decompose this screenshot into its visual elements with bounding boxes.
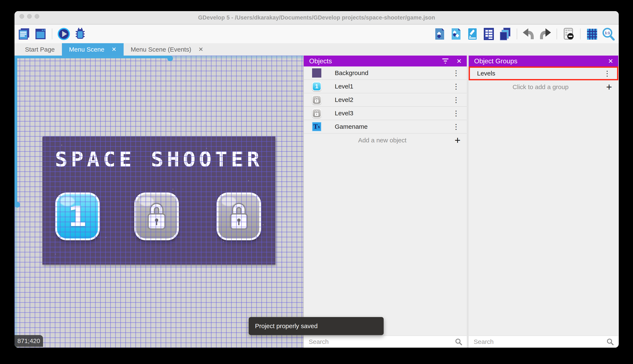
object-label: Level1 [335,83,451,90]
scrollbar-handle[interactable] [167,56,173,61]
object-label: Gamename [335,123,451,130]
add-group-button[interactable]: Click to add a group + [469,80,618,94]
window-title: GDevelop 5 - /Users/dkarakay/Documents/G… [198,14,435,21]
groups-panel-empty-space [469,94,618,336]
scrollbar-handle[interactable] [15,202,20,208]
tab-menu-scene-events[interactable]: Menu Scene (Events) ✕ [124,43,210,56]
scrollbar-track-fill [15,56,17,204]
open-layers-panel-icon[interactable] [499,27,512,41]
level1-button-instance[interactable]: 1 [55,192,100,240]
editor-tabbar: Start Page Menu Scene ✕ Menu Scene (Even… [15,43,619,56]
toggle-grid-icon[interactable] [585,27,598,41]
level1-thumbnail-icon: 1 [312,82,321,91]
toggle-instances-mask-icon[interactable] [562,27,575,41]
save-toast: Project properly saved [249,317,384,335]
kebab-menu-icon[interactable]: ⋮ [602,70,612,77]
toolbar-left-group [18,27,87,41]
text-object-thumbnail-icon: Tx [312,122,321,131]
canvas-horizontal-scrollbar[interactable] [15,56,303,58]
open-instances-panel-icon[interactable] [482,27,495,41]
close-tab-icon[interactable]: ✕ [111,46,116,53]
toolbar-right-group: 1:1 [433,27,615,41]
open-object-groups-panel-icon[interactable] [450,27,463,41]
objects-search-input[interactable] [308,338,453,346]
search-icon [455,338,462,345]
button-shine [60,196,75,206]
objects-panel-title: Objects [309,57,332,65]
lock-icon [227,202,251,231]
project-manager-icon[interactable] [18,27,31,41]
button-shine [221,196,236,206]
kebab-menu-icon[interactable]: ⋮ [451,110,461,117]
tab-label: Menu Scene [69,46,104,53]
close-tab-icon[interactable]: ✕ [198,46,203,53]
panel-resize-divider[interactable] [467,56,469,348]
close-panel-icon[interactable]: ✕ [457,58,462,65]
redo-icon[interactable] [539,27,552,41]
level3-locked-instance[interactable] [217,192,261,240]
objects-panel-header: Objects ✕ [304,56,467,66]
zoom-ratio-label: 1:1 [605,31,610,35]
undo-icon[interactable] [522,27,535,41]
open-objects-panel-icon[interactable] [433,27,446,41]
object-label: Background [335,70,451,76]
object-row-gamename[interactable]: Tx Gamename ⋮ [304,120,467,134]
scene-background-instance[interactable]: SPACE SHOOTER 1 [42,136,275,264]
zoom-window-button[interactable] [35,14,39,19]
scene-editor-icon[interactable] [34,27,47,41]
kebab-menu-icon[interactable]: ⋮ [451,96,461,103]
filter-icon[interactable] [442,58,449,64]
open-properties-panel-icon[interactable] [466,27,479,41]
main-toolbar: 1:1 [15,24,619,43]
group-label: Levels [477,70,602,77]
tab-menu-scene[interactable]: Menu Scene ✕ [62,43,124,56]
scrollbar-track-fill [15,56,170,58]
close-window-button[interactable] [20,14,24,19]
lock-icon [145,202,168,231]
tab-start-page[interactable]: Start Page [18,43,62,56]
object-row-level1[interactable]: 1 Level1 ⋮ [304,80,467,93]
object-label: Level3 [335,110,451,117]
groups-search-bar [469,336,618,348]
object-groups-panel-title: Object Groups [474,57,517,65]
object-row-level2[interactable]: Level2 ⋮ [304,93,467,107]
plus-icon: + [455,135,460,145]
scene-stars [42,136,43,137]
kebab-menu-icon[interactable]: ⋮ [451,123,461,130]
lock-thumbnail-icon [312,108,321,118]
tab-label: Start Page [25,46,55,53]
level2-locked-instance[interactable] [134,192,179,240]
traffic-lights [20,14,39,19]
scene-title-text[interactable]: SPACE SHOOTER [42,148,275,172]
scene-canvas[interactable]: SPACE SHOOTER 1 [15,56,303,348]
objects-panel-empty-space [304,147,467,336]
kebab-menu-icon[interactable]: ⋮ [451,83,461,90]
titlebar: GDevelop 5 - /Users/dkarakay/Documents/G… [15,11,619,24]
toolbar-divider [52,28,52,40]
object-groups-panel: Object Groups ✕ Levels ⋮ Click to add a … [469,56,618,348]
minimize-window-button[interactable] [27,14,32,19]
object-row-background[interactable]: Background ⋮ [304,66,467,80]
object-label: Level2 [335,96,451,103]
lock-thumbnail-icon [312,95,321,104]
preview-play-icon[interactable] [57,27,70,41]
groups-search-input[interactable] [473,338,604,346]
toolbar-divider [557,28,557,40]
kebab-menu-icon[interactable]: ⋮ [451,70,461,76]
zoom-one-to-one-icon[interactable]: 1:1 [602,27,615,41]
add-object-label: Add a new object [310,137,455,144]
objects-panel: Objects ✕ Background ⋮ 1 Level1 ⋮ [303,56,467,348]
toolbar-divider [580,28,580,40]
gdevelop-window: GDevelop 5 - /Users/dkarakay/Documents/G… [15,11,619,348]
canvas-vertical-scrollbar[interactable] [15,56,17,348]
add-group-label: Click to add a group [475,84,606,90]
object-row-level3[interactable]: Level3 ⋮ [304,107,467,120]
group-row-levels-highlighted[interactable]: Levels ⋮ [469,66,618,80]
plus-icon: + [606,82,612,92]
tab-label: Menu Scene (Events) [131,46,191,53]
objects-search-bar [304,336,467,348]
toolbar-divider [517,28,517,40]
debug-icon[interactable] [74,27,87,41]
add-new-object-button[interactable]: Add a new object + [304,134,467,147]
close-panel-icon[interactable]: ✕ [608,58,613,65]
